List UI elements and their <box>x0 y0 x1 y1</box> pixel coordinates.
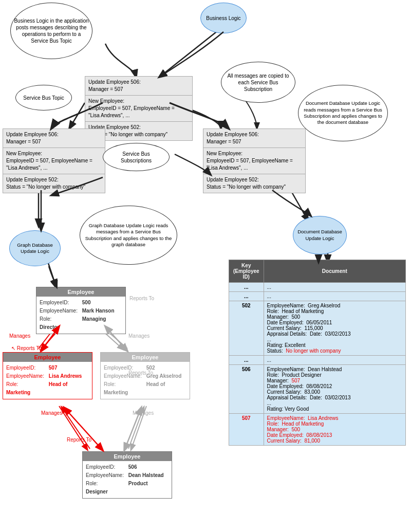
reports-to-bottom-label: Reports To <box>67 437 91 443</box>
document-column-header: Document <box>264 260 405 283</box>
graph-db-update-logic-bubble: Graph Database Update Logic <box>9 230 61 266</box>
table-row-507: 507 EmployeeName: Lisa Andrews Role: Hea… <box>229 414 406 446</box>
employee-506-body: EmployeeID: 506 EmployeeName: Dean Halst… <box>83 461 172 498</box>
manages-right-label: Manages <box>128 333 150 339</box>
left-msg-section-3: Update Employee 502:Status = "No longer … <box>3 174 105 193</box>
reports-to-left-label: ↖ Reports To <box>11 345 42 351</box>
table-row-506: 506 EmployeeName: Dean Halstead Role: Pr… <box>229 365 406 414</box>
employee-502-body: EmployeeID: 502 EmployeeName: Greg Aksel… <box>101 362 190 399</box>
employee-500-body: EmployeeID: 500 EmployeeName: Mark Hanso… <box>36 297 125 334</box>
key-dots1: ... <box>229 283 264 292</box>
center-msg-section-2: New Employee:EmployeeID = 507, EmployeeN… <box>85 96 192 122</box>
key-column-header: Key(Employee ID) <box>229 260 264 283</box>
table-row-dots2: ... ... <box>229 292 406 301</box>
employee-507-body: EmployeeID: 507 EmployeeName: Lisa Andre… <box>3 362 92 399</box>
center-msg-section-1: Update Employee 506:Manager = 507 <box>85 77 192 96</box>
manages-502-label: Manages <box>133 410 154 416</box>
manager-507: 507 <box>291 378 300 383</box>
right-msg-section-1: Update Employee 506:Manager = 507 <box>203 129 305 148</box>
diagram-container: Business Logic in the application posts … <box>0 0 411 532</box>
business-logic-right-bubble: Business Logic <box>200 3 247 33</box>
manages-left-label: Manages <box>9 333 30 339</box>
employee-506-card: Employee EmployeeID: 506 EmployeeName: D… <box>82 451 172 499</box>
table-row-502: 502 EmployeeName: Greg Akselrod Role: He… <box>229 301 406 356</box>
business-logic-left-bubble: Business Logic in the application posts … <box>10 3 92 59</box>
right-msg-section-3: Update Employee 502:Status = "No longer … <box>203 174 305 193</box>
employee-502-card: Employee EmployeeID: 502 EmployeeName: G… <box>100 352 190 399</box>
doc-dots3: ... <box>264 356 405 365</box>
service-bus-subscriptions-bubble: Service Bus Subscriptions <box>103 143 170 171</box>
all-messages-bubble: All messages are copied to each Service … <box>221 62 295 103</box>
employee-502-header: Employee <box>101 353 190 362</box>
table-row-dots3: ... ... <box>229 356 406 365</box>
right-msg-section-2: New Employee:EmployeeID = 507, EmployeeN… <box>203 148 305 174</box>
doc-dots1: ... <box>264 283 405 292</box>
left-msg-section-1: Update Employee 506:Manager = 507 <box>3 129 105 148</box>
manages-bottom-left-label: Manages <box>41 410 62 416</box>
key-507: 507 <box>229 414 264 446</box>
key-dots2: ... <box>229 292 264 301</box>
employee-500-card: Employee EmployeeID: 500 EmployeeName: M… <box>36 287 126 334</box>
employee-507-card: Employee EmployeeID: 507 EmployeeName: L… <box>3 352 92 399</box>
doc-507: EmployeeName: Lisa Andrews Role: Head of… <box>264 414 405 446</box>
doc-dots2: ... <box>264 292 405 301</box>
table-row-dots1: ... ... <box>229 283 406 292</box>
doc-db-logic-text-bubble: Document Database Update Logic reads mes… <box>298 85 388 141</box>
employee-506-header: Employee <box>83 452 172 461</box>
key-502: 502 <box>229 301 264 356</box>
graph-db-text-bubble: Graph Database Update Logic reads messag… <box>80 206 177 265</box>
svg-line-4 <box>59 406 87 450</box>
reports-to-top-label: Reports To <box>129 296 154 301</box>
doc-502: EmployeeName: Greg Akselrod Role: Head o… <box>264 301 405 356</box>
key-dots3: ... <box>229 356 264 365</box>
doc-506: EmployeeName: Dean Halstead Role: Produc… <box>264 365 405 414</box>
reports-to-middle-label: Reports To <box>128 370 153 376</box>
svg-line-10 <box>64 408 103 450</box>
status-no-longer: No longer with company <box>286 348 341 354</box>
employee-507-header: Employee <box>3 353 92 362</box>
left-msg-section-2: New Employee:EmployeeID = 507, EmployeeN… <box>3 148 105 174</box>
doc-db-update-logic-bubble: Document Database Update Logic <box>293 216 347 254</box>
employee-500-header: Employee <box>36 287 125 297</box>
document-table: Key(Employee ID) Document ... ... ... ..… <box>229 260 406 446</box>
left-message-box: Update Employee 506:Manager = 507 New Em… <box>3 129 105 193</box>
key-506: 506 <box>229 365 264 414</box>
service-bus-topic-bubble: Service Bus Topic <box>15 85 72 111</box>
right-message-box: Update Employee 506:Manager = 507 New Em… <box>203 129 306 193</box>
